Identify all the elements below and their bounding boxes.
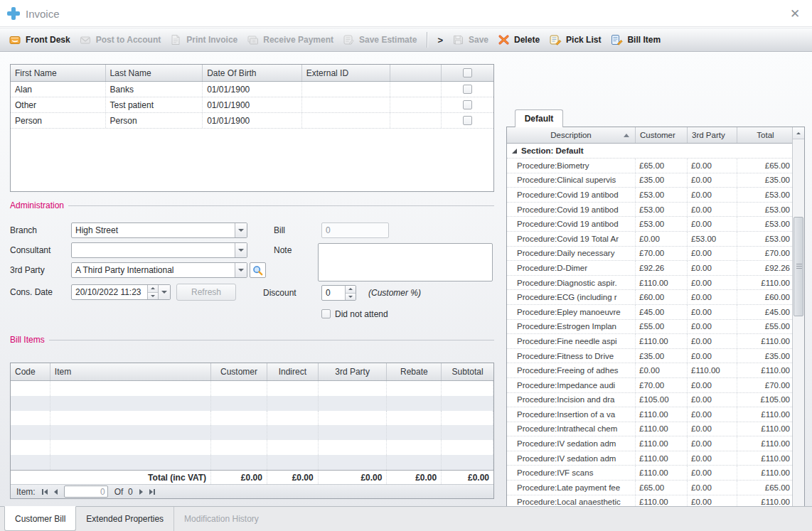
chevron-down-icon[interactable] <box>235 263 247 277</box>
toolbar-overflow-chevron[interactable]: > <box>432 35 449 45</box>
pricing-row[interactable]: Procedure:ECG (including r£60.00£0.00£60… <box>507 290 794 305</box>
column-header-indirect[interactable]: Indirect <box>267 363 319 380</box>
pricing-row[interactable]: Procedure:Biometry£65.00£0.00£65.00 <box>507 159 794 173</box>
column-header-code[interactable]: Code <box>11 363 50 380</box>
third-party-search-button[interactable] <box>250 262 266 278</box>
column-header-external-id[interactable]: External ID <box>302 65 391 81</box>
column-header-item[interactable]: Item <box>50 363 211 380</box>
column-header-customer[interactable]: Customer <box>211 363 267 380</box>
discount-spinner[interactable] <box>345 286 356 300</box>
pricing-row[interactable]: Procedure:Diagnostic aspir.£110.00£0.00£… <box>507 276 794 291</box>
pricing-row[interactable]: Procedure:Epley manoeuvre£45.00£0.00£45.… <box>507 305 794 320</box>
pager-next-button[interactable] <box>139 489 143 495</box>
select-all-checkbox[interactable] <box>463 68 472 77</box>
save-button[interactable]: Save <box>449 31 494 48</box>
chevron-down-icon[interactable] <box>235 223 247 237</box>
cons-date-spinner[interactable] <box>147 285 158 299</box>
pricing-row[interactable]: Procedure:IVF scans£110.00£0.00£110.00 <box>507 466 794 481</box>
front-desk-button[interactable]: Front Desk <box>6 31 76 48</box>
bill-items-total-row: Total (inc VAT) £0.00 £0.00 £0.00 £0.00 … <box>11 470 493 486</box>
did-not-attend-checkbox[interactable] <box>321 309 331 318</box>
close-icon[interactable]: ✕ <box>786 6 803 23</box>
pricing-cell: £0.00 <box>688 393 737 407</box>
pricing-row[interactable]: Procedure:Covid 19 antibod£53.00£0.00£53… <box>507 203 794 218</box>
group-expanded-icon[interactable] <box>512 149 517 154</box>
pricing-row[interactable]: Procedure:Intrathecal chem£110.00£0.00£1… <box>507 422 794 437</box>
delete-button[interactable]: Delete <box>494 31 545 48</box>
tab-extended-properties[interactable]: Extended Properties <box>76 507 174 531</box>
patient-cell: Test patient <box>106 97 203 112</box>
refresh-button[interactable]: Refresh <box>176 284 236 301</box>
pricing-cell: Procedure:Covid 19 antibod <box>507 203 636 217</box>
pricing-row[interactable]: Procedure:Estrogen Implan£55.00£0.00£55.… <box>507 320 794 335</box>
patient-row[interactable]: AlanBanks01/01/1900 <box>11 82 493 97</box>
branch-select[interactable]: High Street <box>71 222 247 238</box>
column-header-3rd-party[interactable]: 3rd Party <box>688 127 737 143</box>
patient-select-checkbox[interactable] <box>463 116 472 125</box>
pricing-row[interactable]: Procedure:Clinical supervis£35.00£0.00£3… <box>507 173 794 188</box>
pricing-cell: £35.00 <box>636 173 688 188</box>
bill-item-button[interactable]: Bill Item <box>607 31 666 48</box>
patient-select-checkbox[interactable] <box>463 85 472 94</box>
note-input[interactable] <box>318 243 493 281</box>
pager-item-label: Item: <box>16 487 36 497</box>
save-estimate-button[interactable]: Save Estimate <box>339 31 422 48</box>
pricing-row[interactable]: Procedure:Late payment fee£65.00£0.00£65… <box>507 481 794 495</box>
patient-cell: 01/01/1900 <box>203 82 302 97</box>
pricing-cell: £110.00 <box>636 451 688 466</box>
column-header-customer[interactable]: Customer <box>636 127 688 143</box>
column-header-rebate[interactable]: Rebate <box>387 363 442 380</box>
scroll-up-button[interactable] <box>793 127 804 139</box>
bill-number-input: 0 <box>321 222 389 238</box>
pricing-group-row[interactable]: Section: Default <box>507 144 804 159</box>
column-header-total[interactable]: Total <box>737 127 794 143</box>
pricing-row[interactable]: Procedure:Fitness to Drive£35.00£0.00£35… <box>507 349 794 364</box>
patient-row[interactable]: PersonPerson01/01/1900 <box>11 113 493 129</box>
pager-last-button[interactable] <box>149 489 155 495</box>
column-header-description[interactable]: Description <box>507 127 636 143</box>
pager-first-button[interactable] <box>42 489 48 495</box>
chevron-down-icon[interactable] <box>235 243 247 257</box>
pricing-row[interactable]: Procedure:Covid 19 antibod£53.00£0.00£53… <box>507 188 794 203</box>
column-header-select-all[interactable] <box>442 65 493 81</box>
pricing-row[interactable]: Procedure:D-Dimer£92.26£0.00£92.26 <box>507 261 794 276</box>
tab-customer-bill[interactable]: Customer Bill <box>4 506 76 531</box>
pricing-row[interactable]: Procedure:Freeing of adhes£0.00£110.00£1… <box>507 363 794 378</box>
pricing-cell: £35.00 <box>636 349 688 363</box>
cons-date-input[interactable]: 20/10/2022 11:23 <box>71 284 171 300</box>
pricing-row[interactable]: Procedure:IV sedation adm£110.00£0.00£11… <box>507 436 794 451</box>
pricing-row[interactable]: Procedure:Impedance audi£70.00£0.00£70.0… <box>507 378 794 393</box>
pricing-row[interactable]: Procedure:Covid 19 antibod£53.00£0.00£53… <box>507 217 794 232</box>
receive-payment-button[interactable]: Receive Payment <box>243 31 339 48</box>
scrollbar-thumb[interactable] <box>794 217 803 316</box>
patient-select-checkbox[interactable] <box>463 100 472 109</box>
patient-row[interactable]: OtherTest patient01/01/1900 <box>11 97 493 113</box>
pager-value-input[interactable]: 0 <box>64 486 108 498</box>
column-header-last-name[interactable]: Last Name <box>106 65 203 81</box>
print-invoice-button[interactable]: Print Invoice <box>166 31 243 48</box>
tab-modification-history[interactable]: Modification History <box>174 507 269 531</box>
pager-prev-button[interactable] <box>54 489 58 495</box>
third-party-select[interactable]: A Third Party International <box>71 262 247 278</box>
post-to-account-icon <box>80 34 92 45</box>
pick-list-button[interactable]: Pick List <box>545 31 607 48</box>
discount-input[interactable]: 0 <box>321 285 356 301</box>
pricing-cell: £110.00 <box>636 407 688 422</box>
total-3rd-party: £0.00 <box>319 471 388 486</box>
pricing-row[interactable]: Procedure:IV sedation adm£110.00£0.00£11… <box>507 451 794 466</box>
column-header-first-name[interactable]: First Name <box>11 65 106 81</box>
column-header-subtotal[interactable]: Subtotal <box>442 363 493 380</box>
column-header-3rd-party[interactable]: 3rd Party <box>319 363 388 380</box>
pricing-row[interactable]: Procedure:Insertion of a va£110.00£0.00£… <box>507 407 794 422</box>
column-header-date-of-birth[interactable]: Date Of Birth <box>203 65 302 81</box>
tab-default[interactable]: Default <box>515 109 563 127</box>
pricing-row[interactable]: Procedure:Incision and dra£105.00£0.00£1… <box>507 393 794 408</box>
pricing-row[interactable]: Procedure:Daily necessary£70.00£0.00£70.… <box>507 247 794 262</box>
chevron-down-icon[interactable] <box>158 285 170 299</box>
pricing-scrollbar[interactable] <box>792 127 804 531</box>
post-to-account-button[interactable]: Post to Account <box>76 31 167 48</box>
pricing-row[interactable]: Procedure:Fine needle aspi£110.00£0.00£1… <box>507 334 794 349</box>
pricing-row[interactable]: Procedure:Covid 19 Total Ar£0.00£53.00£5… <box>507 232 794 247</box>
receive-payment-icon <box>247 34 259 45</box>
consultant-select[interactable] <box>71 242 247 258</box>
